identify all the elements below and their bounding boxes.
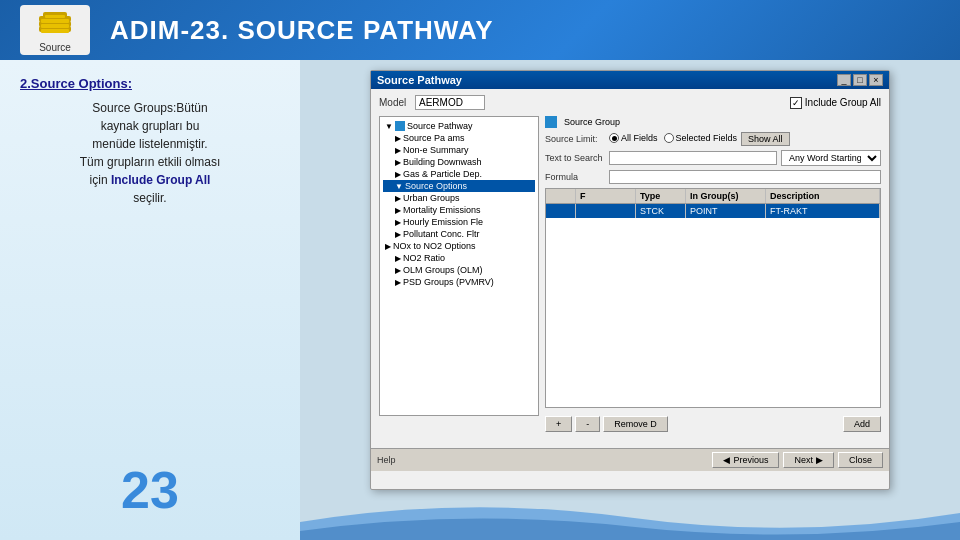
action-buttons: + - Remove D bbox=[545, 416, 668, 432]
dialog-controls: _ □ × bbox=[837, 74, 883, 86]
close-dialog-button[interactable]: Close bbox=[838, 452, 883, 468]
bg-wave bbox=[300, 495, 960, 540]
main-content: 2.Source Options: Source Groups:Bütünkay… bbox=[0, 60, 960, 540]
col-empty bbox=[546, 189, 576, 203]
dialog-footer: Help ◀ Previous Next ▶ Close bbox=[371, 448, 889, 471]
arrow-icon: ▶ bbox=[395, 254, 401, 263]
svg-rect-3 bbox=[41, 24, 69, 28]
tree-item-label: Urban Groups bbox=[403, 193, 460, 203]
tree-item-label: Building Downwash bbox=[403, 157, 482, 167]
previous-button[interactable]: ◀ Previous bbox=[712, 452, 779, 468]
text-search-row: Text to Search Any Word Starting With bbox=[545, 150, 881, 166]
source-group-icon bbox=[545, 116, 557, 128]
include-group-area: ✓ Include Group All bbox=[790, 97, 881, 109]
tree-item-label: Hourly Emission Fle bbox=[403, 217, 483, 227]
arrow-icon: ▶ bbox=[395, 146, 401, 155]
tree-item-label: Source Options bbox=[405, 181, 467, 191]
remove-d-button[interactable]: Remove D bbox=[603, 416, 668, 432]
tree-item-source-pathway[interactable]: ▼ Source Pathway bbox=[383, 120, 535, 132]
tree-item-pollutant[interactable]: ▶ Pollutant Conc. Fltr bbox=[383, 228, 535, 240]
include-group-checkbox[interactable]: ✓ bbox=[790, 97, 802, 109]
arrow-icon: ▶ bbox=[395, 278, 401, 287]
tree-item-label: Non-e Summary bbox=[403, 145, 469, 155]
col-description: Description bbox=[766, 189, 880, 203]
step-number: 23 bbox=[121, 460, 179, 520]
source-group-label: Source Group bbox=[564, 117, 620, 127]
tree-item-label: OLM Groups (OLM) bbox=[403, 265, 483, 275]
text-to-search-label: Text to Search bbox=[545, 153, 605, 163]
svg-rect-5 bbox=[41, 19, 69, 23]
results-table: F Type In Group(s) Description STCK POIN… bbox=[545, 188, 881, 408]
tree-item-psd[interactable]: ▶ PSD Groups (PVMRV) bbox=[383, 276, 535, 288]
tree-item-urban-groups[interactable]: ▶ Urban Groups bbox=[383, 192, 535, 204]
tree-item-label: PSD Groups (PVMRV) bbox=[403, 277, 494, 287]
tree-item-source-params[interactable]: ▶ Source Pa ams bbox=[383, 132, 535, 144]
table-row[interactable]: STCK POINT FT-RAKT bbox=[546, 204, 880, 218]
minimize-button[interactable]: _ bbox=[837, 74, 851, 86]
dialog-title: Source Pathway bbox=[377, 74, 462, 86]
arrow-icon: ▶ bbox=[395, 134, 401, 143]
cell-type: STCK bbox=[636, 204, 686, 218]
section-title: 2.Source Options: bbox=[20, 76, 280, 91]
close-button[interactable]: × bbox=[869, 74, 883, 86]
help-label: Help bbox=[377, 455, 396, 465]
svg-rect-1 bbox=[41, 29, 69, 33]
dialog-body: Model ✓ Include Group All ▼ bbox=[371, 89, 889, 448]
restore-button[interactable]: □ bbox=[853, 74, 867, 86]
arrow-icon: ▶ bbox=[395, 170, 401, 179]
include-group-label: Include Group All bbox=[805, 97, 881, 108]
tree-item-label: Mortality Emissions bbox=[403, 205, 481, 215]
formula-input[interactable] bbox=[609, 170, 881, 184]
arrow-icon: ▶ bbox=[395, 230, 401, 239]
tree-item-label: NO2 Ratio bbox=[403, 253, 445, 263]
tree-panel[interactable]: ▼ Source Pathway ▶ Source Pa ams ▶ Non-e… bbox=[379, 116, 539, 416]
source-group-row: Source Group bbox=[545, 116, 881, 128]
cell-empty bbox=[546, 204, 576, 218]
header-title: ADIM-23. SOURCE PATHWAY bbox=[110, 15, 494, 46]
tree-item-building-downwash[interactable]: ▶ Building Downwash bbox=[383, 156, 535, 168]
add-button[interactable]: Add bbox=[843, 416, 881, 432]
text-to-search-input[interactable] bbox=[609, 151, 777, 165]
tree-item-olm[interactable]: ▶ OLM Groups (OLM) bbox=[383, 264, 535, 276]
add-plus-button[interactable]: + bbox=[545, 416, 572, 432]
radio-circle bbox=[664, 133, 674, 143]
tree-item-source-options[interactable]: ▼ Source Options bbox=[383, 180, 535, 192]
tree-item-nox[interactable]: ▶ NOx to NO2 Options bbox=[383, 240, 535, 252]
desc-end: seçilir. bbox=[133, 191, 166, 205]
search-limit-label: Source Limit: bbox=[545, 134, 605, 144]
arrow-icon: ▶ bbox=[395, 158, 401, 167]
svg-rect-7 bbox=[45, 15, 65, 18]
right-options-panel: Source Group Source Limit: All Fields bbox=[545, 116, 881, 436]
word-match-dropdown[interactable]: Any Word Starting With bbox=[781, 150, 881, 166]
left-panel: 2.Source Options: Source Groups:Bütünkay… bbox=[0, 60, 300, 540]
header-icon-label: Source bbox=[39, 42, 71, 53]
tree-item-gas-particle[interactable]: ▶ Gas & Particle Dep. bbox=[383, 168, 535, 180]
dialog-titlebar: Source Pathway _ □ × bbox=[371, 71, 889, 89]
arrow-icon: ▼ bbox=[385, 122, 393, 131]
tree-item-no2-ratio[interactable]: ▶ NO2 Ratio bbox=[383, 252, 535, 264]
show-all-button[interactable]: Show All bbox=[741, 132, 790, 146]
tree-item-hourly[interactable]: ▶ Hourly Emission Fle bbox=[383, 216, 535, 228]
model-label: Model bbox=[379, 97, 409, 108]
bottom-button-row: + - Remove D Add bbox=[545, 416, 881, 432]
next-button[interactable]: Next ▶ bbox=[783, 452, 834, 468]
tree-item-label: Source Pa ams bbox=[403, 133, 465, 143]
tree-item-mortality[interactable]: ▶ Mortality Emissions bbox=[383, 204, 535, 216]
arrow-icon: ▼ bbox=[395, 182, 403, 191]
formula-label: Formula bbox=[545, 172, 605, 182]
radio-label: All Fields bbox=[621, 133, 658, 143]
all-fields-radio[interactable]: All Fields bbox=[609, 133, 658, 143]
dialog-middle: ▼ Source Pathway ▶ Source Pa ams ▶ Non-e… bbox=[379, 116, 881, 436]
table-header: F Type In Group(s) Description bbox=[546, 189, 880, 204]
radio-circle bbox=[609, 133, 619, 143]
arrow-icon: ▶ bbox=[395, 206, 401, 215]
next-arrow-icon: ▶ bbox=[816, 455, 823, 465]
selected-fields-radio[interactable]: Selected Fields bbox=[664, 133, 738, 143]
tree-item-non-e-summary[interactable]: ▶ Non-e Summary bbox=[383, 144, 535, 156]
tree-item-label: Source Pathway bbox=[407, 121, 473, 131]
model-row: Model ✓ Include Group All bbox=[379, 95, 881, 110]
model-input[interactable] bbox=[415, 95, 485, 110]
formula-row: Formula bbox=[545, 170, 881, 184]
remove-minus-button[interactable]: - bbox=[575, 416, 600, 432]
arrow-icon: ▶ bbox=[385, 242, 391, 251]
